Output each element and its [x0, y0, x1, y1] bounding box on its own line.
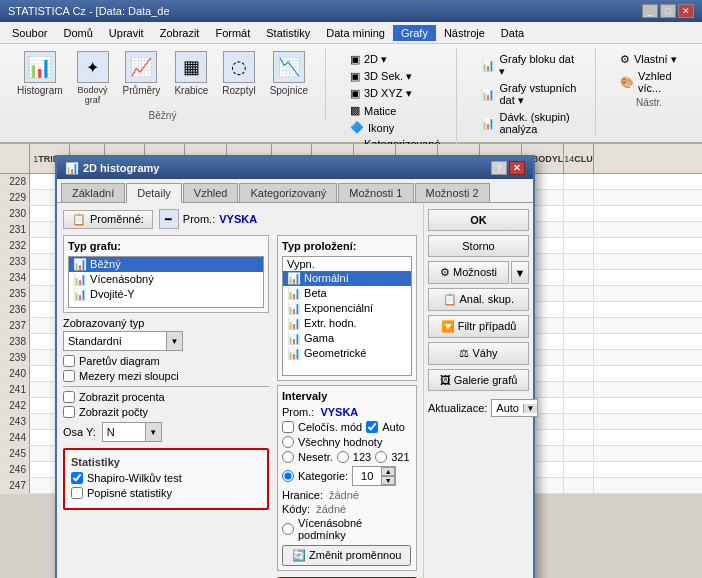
tab-kategorizovany[interactable]: Kategorizovaný	[239, 183, 337, 202]
ribbon-matice[interactable]: ▩ Matice	[346, 103, 444, 118]
table-cell[interactable]	[564, 398, 594, 413]
ribbon-2d[interactable]: ▣ 2D ▾	[346, 52, 444, 67]
ribbon-3dsek[interactable]: ▣ 3D Sek. ▾	[346, 69, 444, 84]
dialog-help-btn[interactable]: ?	[491, 161, 507, 175]
typ-prolozeni-listbox[interactable]: Vypn. 📊 Normální 📊 Beta 📊	[282, 256, 412, 376]
table-cell[interactable]	[564, 414, 594, 429]
shapiro-checkbox[interactable]	[71, 472, 83, 484]
prolozeni-vypn[interactable]: Vypn.	[283, 257, 411, 271]
filtr-pripadu-button[interactable]: 🔽 Filtr případů	[428, 315, 529, 338]
ok-button[interactable]: OK	[428, 209, 529, 231]
ribbon-grafyvstup[interactable]: 📊 Grafy vstupních dat ▾	[477, 81, 583, 108]
paretuv-checkbox[interactable]	[63, 355, 75, 367]
table-cell[interactable]	[564, 334, 594, 349]
ribbon-btn-histogram[interactable]: 📊 Histogram	[12, 48, 68, 99]
osa-y-combo[interactable]: N ▼	[102, 422, 162, 442]
mezery-checkbox[interactable]	[63, 370, 75, 382]
combo-arrow-icon[interactable]: ▼	[166, 332, 182, 350]
zobrazovany-typ-combo[interactable]: Standardní ▼	[63, 331, 183, 351]
tab-detaily[interactable]: Detaily	[126, 183, 182, 203]
nesetr-radio[interactable]	[282, 451, 294, 463]
kategorie-spin[interactable]: 10 ▲ ▼	[352, 466, 396, 486]
table-cell[interactable]	[564, 350, 594, 365]
tab-zakladni[interactable]: Základní	[61, 183, 125, 202]
menu-upravit[interactable]: Upravit	[101, 25, 152, 41]
table-cell[interactable]	[564, 270, 594, 285]
prolozeni-extrhodn[interactable]: 📊 Extr. hodn.	[283, 316, 411, 331]
moznosti-arrow-btn[interactable]: ▼	[511, 261, 529, 284]
storno-button[interactable]: Storno	[428, 235, 529, 257]
ribbon-btn-rozptyl[interactable]: ◌ Rozptyl	[217, 48, 260, 99]
prolozeni-gama[interactable]: 📊 Gama	[283, 331, 411, 346]
table-cell[interactable]	[564, 446, 594, 461]
dialog-close-btn[interactable]: ✕	[509, 161, 525, 175]
prolozeni-beta[interactable]: 📊 Beta	[283, 286, 411, 301]
procenta-checkbox[interactable]	[63, 391, 75, 403]
osa-y-arrow-icon[interactable]: ▼	[145, 423, 161, 441]
tab-moznosti2[interactable]: Možnosti 2	[415, 183, 490, 202]
prolozeni-geometricke[interactable]: 📊 Geometrické	[283, 346, 411, 361]
ribbon-grafybloku[interactable]: 📊 Grafy bloku dat ▾	[477, 52, 583, 79]
aktualizace-combo[interactable]: Auto ▼	[491, 399, 538, 417]
menu-domu[interactable]: Domů	[55, 25, 100, 41]
celocis-checkbox[interactable]	[282, 421, 294, 433]
table-cell[interactable]	[564, 430, 594, 445]
table-cell[interactable]	[564, 238, 594, 253]
table-cell[interactable]	[564, 222, 594, 237]
menu-datamining[interactable]: Data mining	[318, 25, 393, 41]
menu-grafy[interactable]: Grafy	[393, 25, 436, 41]
tab-moznosti1[interactable]: Možnosti 1	[338, 183, 413, 202]
moznosti-button[interactable]: ⚙ Možnosti	[428, 261, 509, 284]
ribbon-btn-prumery[interactable]: 📈 Průměry	[118, 48, 166, 99]
ribbon-vlastni[interactable]: ⚙ Vlastní ▾	[616, 52, 682, 67]
prolozeni-exponenc[interactable]: 📊 Exponenciální	[283, 301, 411, 316]
table-cell[interactable]	[564, 318, 594, 333]
table-cell[interactable]	[564, 302, 594, 317]
tab-vzhled[interactable]: Vzhled	[183, 183, 239, 202]
table-cell[interactable]	[564, 174, 594, 189]
typ-grafu-bezny[interactable]: 📊 Běžný	[69, 257, 263, 272]
ribbon-btn-spojnice[interactable]: 📉 Spojnice	[265, 48, 313, 99]
ribbon-ikony[interactable]: 🔷 Ikony	[346, 120, 444, 135]
menu-data[interactable]: Data	[493, 25, 532, 41]
table-cell[interactable]	[564, 366, 594, 381]
minimize-btn[interactable]: _	[642, 4, 658, 18]
spin-down-btn[interactable]: ▼	[381, 476, 395, 485]
table-cell[interactable]	[564, 286, 594, 301]
aktualizace-arrow-icon[interactable]: ▼	[523, 404, 537, 413]
pocty-checkbox[interactable]	[63, 406, 75, 418]
vahy-button[interactable]: ⚖ Váhy	[428, 342, 529, 365]
popisne-checkbox[interactable]	[71, 487, 83, 494]
menu-statistiky[interactable]: Statistiky	[258, 25, 318, 41]
vsechny-radio[interactable]	[282, 436, 294, 448]
ribbon-vzhled[interactable]: 🎨 Vzhled víc...	[616, 69, 682, 95]
r321-radio[interactable]	[375, 451, 387, 463]
ribbon-davka[interactable]: 📊 Dávk. (skupin) analýza	[477, 110, 583, 136]
typ-grafu-listbox[interactable]: 📊 Běžný 📊 Vícenásobný 📊 Dvojité-Y	[68, 256, 264, 308]
menu-zobrazit[interactable]: Zobrazit	[152, 25, 208, 41]
table-cell[interactable]	[564, 254, 594, 269]
promenne-button[interactable]: 📋 Proměnné:	[63, 210, 153, 229]
typ-grafu-dvojite[interactable]: 📊 Dvojité-Y	[69, 287, 263, 302]
typ-grafu-vicenasobny[interactable]: 📊 Vícenásobný	[69, 272, 263, 287]
ribbon-btn-krabice[interactable]: ▦ Krabice	[169, 48, 213, 99]
spin-up-btn[interactable]: ▲	[381, 467, 395, 476]
table-cell[interactable]	[564, 382, 594, 397]
table-cell[interactable]	[564, 206, 594, 221]
table-cell[interactable]	[564, 478, 594, 493]
table-cell[interactable]	[564, 190, 594, 205]
ribbon-btn-bodovy[interactable]: ✦ Bodovýgraf	[72, 48, 114, 108]
kategorie-radio[interactable]	[282, 470, 294, 482]
maximize-btn[interactable]: □	[660, 4, 676, 18]
menu-nastroje[interactable]: Nástroje	[436, 25, 493, 41]
r123-radio[interactable]	[337, 451, 349, 463]
anal-skup-button[interactable]: 📋 Anal. skup.	[428, 288, 529, 311]
table-cell[interactable]	[564, 462, 594, 477]
close-btn[interactable]: ✕	[678, 4, 694, 18]
prolozeni-normalni[interactable]: 📊 Normální	[283, 271, 411, 286]
ribbon-3dxyz[interactable]: ▣ 3D XYZ ▾	[346, 86, 444, 101]
menu-soubor[interactable]: Soubor	[4, 25, 55, 41]
menu-format[interactable]: Formát	[207, 25, 258, 41]
auto-checkbox[interactable]	[366, 421, 378, 433]
galerie-button[interactable]: 🖼 Galerie grafů	[428, 369, 529, 391]
